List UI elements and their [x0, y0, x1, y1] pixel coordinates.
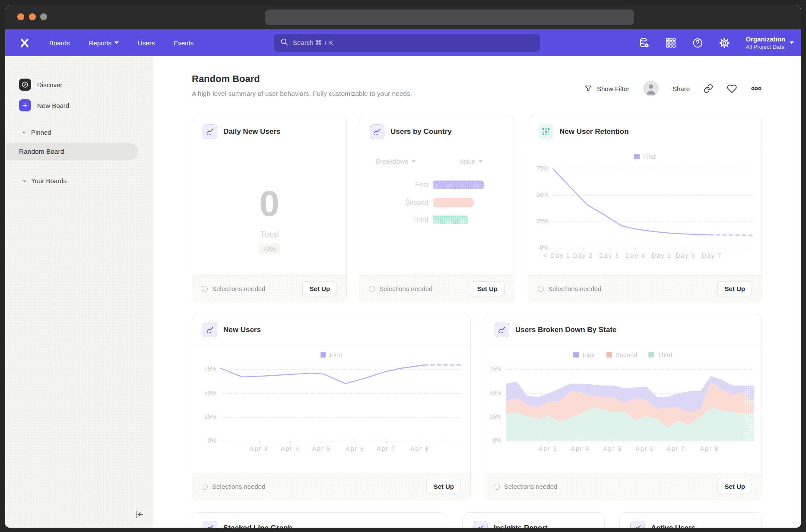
window-zoom-button[interactable]	[40, 13, 47, 20]
sidebar-section-pinned[interactable]: Pinned	[22, 129, 51, 136]
status-circle-icon	[538, 286, 544, 292]
x-axis-tick-label: Apr 3	[539, 445, 557, 452]
breakdown-dropdown[interactable]: Breakdown	[376, 158, 416, 165]
card-users-by-country: Users by Country Breakdown Value First S…	[359, 116, 514, 302]
status-label: Selections needed	[548, 285, 601, 292]
window-close-button[interactable]	[17, 13, 24, 20]
show-filter-button[interactable]: Show Filter	[584, 84, 629, 93]
card-header: Daily New Users	[192, 116, 346, 147]
y-axis-tick-label: 25%	[194, 413, 216, 420]
y-axis-tick-label: 50%	[484, 390, 501, 396]
selections-status: Selections needed	[202, 483, 265, 490]
mixpanel-logo-icon[interactable]	[19, 37, 30, 48]
card-title: New Users	[223, 326, 261, 334]
y-axis-tick-label: 0%	[194, 437, 216, 444]
your-boards-section-label: Your Boards	[31, 177, 67, 184]
sidebar-section-your-boards[interactable]: Your Boards	[22, 177, 67, 184]
nav-events[interactable]: Events	[164, 39, 203, 47]
x-axis-tick-label: Day 5	[651, 252, 672, 259]
chevron-down-icon	[412, 160, 416, 163]
chevron-down-icon	[479, 160, 483, 163]
favorite-heart-icon[interactable]	[727, 84, 737, 94]
x-axis-tick-mark	[548, 441, 549, 443]
address-bar[interactable]	[265, 10, 634, 25]
data-management-icon[interactable]	[638, 37, 650, 48]
x-axis-tick-label: Apr 4	[281, 445, 299, 452]
filter-icon	[584, 84, 593, 93]
compass-icon	[19, 79, 31, 91]
x-axis-tick-mark	[581, 441, 581, 443]
card-insights-report: Insights Report	[462, 512, 605, 528]
bar-label: Third	[359, 216, 428, 224]
set-up-button[interactable]: Set Up	[302, 281, 337, 296]
x-axis-tick-mark	[557, 248, 557, 250]
top-navbar: Boards Reports Users Events Search ⌘ + K	[5, 29, 801, 56]
sidebar-item-random-board[interactable]: Random Board	[5, 143, 138, 160]
board-main: Random Board A high-level summary of use…	[153, 56, 801, 528]
x-axis-tick-mark	[420, 441, 420, 443]
page-title: Random Board	[192, 73, 260, 85]
line-chart-icon	[495, 323, 509, 337]
x-axis-tick-label: Apr 8	[410, 445, 429, 452]
nav-users[interactable]: Users	[128, 39, 164, 47]
nav-reports[interactable]: Reports	[79, 39, 129, 47]
avatar[interactable]	[643, 81, 659, 96]
card-footer: Selections needed Set Up	[192, 275, 346, 302]
breakdown-label: Breakdown	[376, 158, 408, 165]
y-axis-tick-label: 75%	[484, 365, 501, 372]
status-circle-icon	[369, 286, 375, 292]
card-new-user-retention: New User Retention First 75%50%25%0%< Da…	[528, 116, 762, 302]
new-users-line-chart: 75%50%25%0%Apr 3Apr 4Apr 5Apr 6Apr 7Apr …	[221, 345, 460, 441]
set-up-button[interactable]: Set Up	[717, 281, 752, 296]
sidebar-item-discover[interactable]: Discover	[19, 79, 62, 91]
bar-second	[433, 198, 474, 207]
value-dropdown[interactable]: Value	[459, 158, 483, 165]
x-axis-tick-mark	[662, 248, 662, 250]
retention-grid-icon	[539, 124, 553, 139]
set-up-button[interactable]: Set Up	[470, 281, 505, 296]
retention-line-chart: 75%50%25%0%< Day 1Day 2Day 3Day 4Day 5Da…	[553, 142, 754, 248]
primary-nav: Boards Reports Users Events	[40, 39, 203, 47]
share-button[interactable]: Share	[673, 85, 690, 92]
status-circle-icon	[494, 484, 500, 490]
card-title: Users by Country	[390, 127, 452, 136]
chevron-down-icon	[114, 41, 119, 44]
line-chart-icon	[473, 521, 488, 528]
sidebar-item-new-board[interactable]: New Board	[19, 99, 69, 111]
nav-boards[interactable]: Boards	[40, 39, 79, 47]
line-chart-icon	[203, 124, 217, 139]
card-new-users: New Users First 75%50%25%0%Apr 3Apr 4Apr…	[192, 314, 471, 500]
search-input[interactable]: Search ⌘ + K	[274, 34, 540, 52]
x-axis-tick-label: Apr 7	[666, 445, 685, 452]
card-title: Daily New Users	[223, 127, 280, 136]
x-axis-tick-mark	[712, 248, 712, 250]
page-subtitle: A high-level summary of user behaviors. …	[192, 90, 412, 98]
sidebar-collapse-button[interactable]	[134, 509, 145, 520]
card-title: Users Broken Down By State	[515, 326, 616, 334]
x-axis-tick-label: Apr 5	[603, 445, 622, 452]
set-up-button[interactable]: Set Up	[426, 479, 461, 494]
card-header: Stacked Line Graph	[192, 513, 447, 528]
x-axis-tick-mark	[290, 441, 291, 443]
copy-link-icon[interactable]	[704, 84, 713, 93]
more-options-icon[interactable]	[751, 83, 762, 94]
set-up-button[interactable]: Set Up	[717, 479, 752, 494]
apps-grid-icon[interactable]	[665, 37, 676, 48]
x-axis-tick-mark	[583, 248, 584, 250]
selections-status: Selections needed	[494, 483, 557, 490]
x-axis-tick-mark	[676, 441, 676, 443]
help-icon[interactable]	[692, 37, 703, 48]
window-minimize-button[interactable]	[29, 13, 36, 20]
value-label: Value	[459, 158, 475, 165]
line-chart-svg	[553, 142, 754, 248]
org-switcher[interactable]: Organization All Project Data	[746, 35, 794, 50]
y-axis-tick-label: 75%	[194, 365, 216, 372]
card-title: New User Retention	[559, 127, 629, 136]
status-label: Selections needed	[379, 285, 432, 292]
x-axis-tick-label: < Day 1	[543, 252, 571, 259]
y-axis-tick-label: 50%	[194, 390, 216, 396]
bar-label: Second	[359, 199, 428, 206]
x-axis-tick-label: Day 7	[702, 252, 722, 259]
settings-gear-icon[interactable]	[719, 37, 730, 48]
card-header: Active Users	[620, 513, 762, 528]
